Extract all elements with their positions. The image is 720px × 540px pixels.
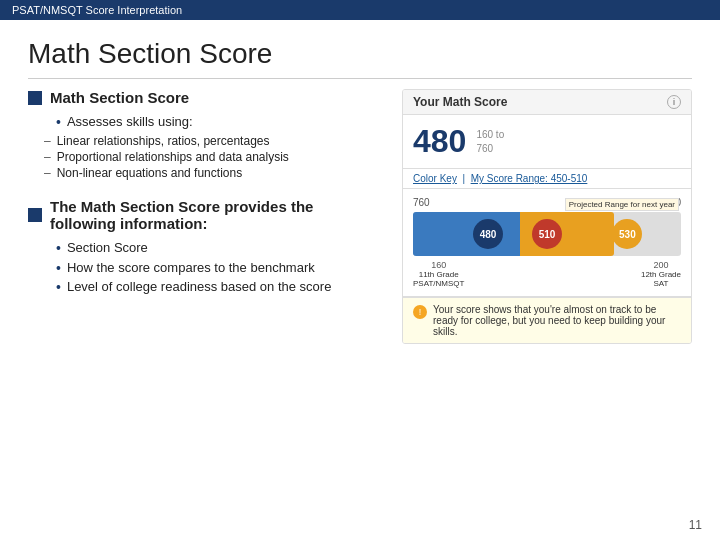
section-provides-info: The Math Section Score provides the foll… xyxy=(28,198,382,296)
score-card: Your Math Score i 480 160 to 760 Color K… xyxy=(402,89,692,344)
score-message-area: ! Your score shows that you're almost on… xyxy=(403,297,691,343)
sub-item-2: Proportional relationships and data anal… xyxy=(44,150,382,164)
section2-heading-text: The Math Section Score provides the foll… xyxy=(50,198,382,232)
page-title: Math Section Score xyxy=(28,38,692,79)
page-number: 11 xyxy=(689,518,702,532)
section-math-score: Math Section Score Assesses skills using… xyxy=(28,89,382,180)
section1-sub-list: Linear relationships, ratios, percentage… xyxy=(44,134,382,180)
top-bar-label: PSAT/NMSQT Score Interpretation xyxy=(12,4,182,16)
bar-bottom-left: 160 11th Grade PSAT/NMSQT xyxy=(413,260,464,288)
score-range: 160 to 760 xyxy=(476,128,504,156)
section2-bullet-2: How the score compares to the benchmark xyxy=(56,260,382,277)
score-chart-area: 760 800 480 xyxy=(403,189,691,297)
score-bar-bottom-row: 160 11th Grade PSAT/NMSQT 200 12th Grade… xyxy=(413,260,681,288)
score-card-header: Your Math Score i xyxy=(403,90,691,115)
section2-bullet-list: Section Score How the score compares to … xyxy=(56,240,382,296)
section1-heading-row: Math Section Score xyxy=(28,89,382,106)
section1-bullet-list: Assesses skills using: xyxy=(56,114,382,131)
benchmark-circle: 510 xyxy=(532,219,562,249)
color-key-row: Color Key | My Score Range: 450-510 xyxy=(403,169,691,189)
bar-bottom-right: 200 12th Grade SAT xyxy=(641,260,681,288)
right-column: Your Math Score i 480 160 to 760 Color K… xyxy=(402,89,692,344)
content-area: Math Section Score Assesses skills using… xyxy=(28,89,692,344)
score-card-title: Your Math Score xyxy=(413,95,507,109)
score-main-row: 480 160 to 760 xyxy=(403,115,691,169)
color-key-link[interactable]: Color Key xyxy=(413,173,457,184)
section1-heading-icon xyxy=(28,91,42,105)
section2-bullet-3: Level of college readiness based on the … xyxy=(56,279,382,296)
score-big-number: 480 xyxy=(413,123,466,160)
section2-heading-row: The Math Section Score provides the foll… xyxy=(28,198,382,232)
main-content: Math Section Score Math Section Score As… xyxy=(0,20,720,354)
sub-item-1: Linear relationships, ratios, percentage… xyxy=(44,134,382,148)
your-score-circle: 480 xyxy=(473,219,503,249)
section2-heading-icon xyxy=(28,208,42,222)
section1-bullet-intro: Assesses skills using: xyxy=(56,114,382,131)
section2-bullet-1: Section Score xyxy=(56,240,382,257)
bar-top-left-label: 760 xyxy=(413,197,430,208)
section1-heading-text: Math Section Score xyxy=(50,89,189,106)
left-column: Math Section Score Assesses skills using… xyxy=(28,89,382,344)
info-icon[interactable]: i xyxy=(667,95,681,109)
message-icon: ! xyxy=(413,305,427,319)
score-bar-track: 480 510 Projected Range for next year xyxy=(413,212,681,256)
score-message-text: Your score shows that you're almost on t… xyxy=(433,304,681,337)
my-score-range-link[interactable]: My Score Range: 450-510 xyxy=(471,173,588,184)
top-bar: PSAT/NMSQT Score Interpretation xyxy=(0,0,720,20)
projected-circle: 530 xyxy=(612,219,642,249)
sub-item-3: Non-linear equations and functions xyxy=(44,166,382,180)
projected-range-label: Projected Range for next year xyxy=(565,198,679,211)
